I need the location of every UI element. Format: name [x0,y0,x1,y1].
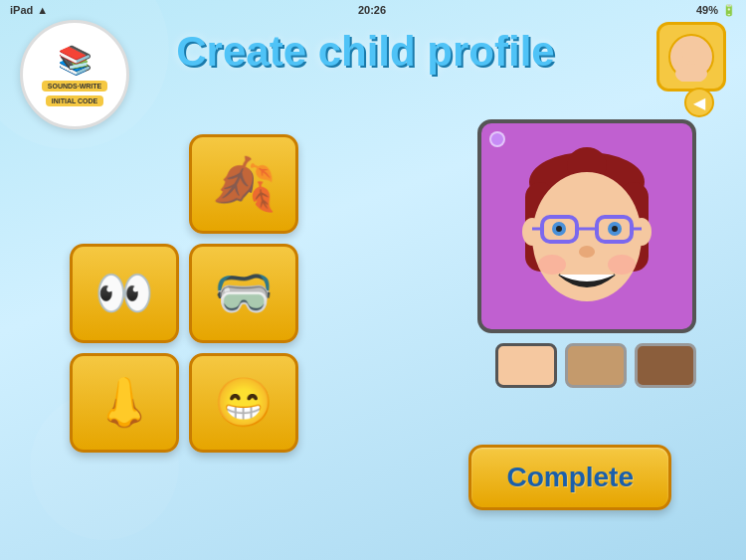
logo-badge-bottom: INITIAL CODE [46,95,104,106]
svg-point-20 [538,255,566,275]
wifi-icon: ▲ [37,4,48,16]
complete-button[interactable]: Complete [468,445,671,510]
profile-avatar-icon [666,32,716,82]
profile-icon-button[interactable] [656,22,726,92]
svg-point-21 [608,255,636,275]
logo-inner: 📚 SOUNDS·WRITE INITIAL CODE [35,45,114,104]
device-label: iPad [10,4,33,16]
face-svg [487,127,686,326]
svg-point-1 [681,42,701,62]
mouth-tile[interactable]: 😁 [189,353,298,453]
svg-point-18 [612,226,618,232]
logo-figure: 📚 [58,44,93,77]
battery-icon: 🔋 [722,4,736,17]
back-arrow-icon: ◀ [693,93,705,112]
skin-tone-medium[interactable] [565,343,627,388]
skin-tone-selector [495,343,696,388]
battery-percent: 49% [696,4,718,16]
nose-tile[interactable]: 👃 [70,353,179,453]
page-title: Create child profile [144,28,587,76]
logo-badge-top: SOUNDS·WRITE [42,81,107,92]
eyes-tile[interactable]: 👀 [70,244,179,343]
back-button[interactable]: ◀ [684,88,714,117]
hair-tile[interactable]: 🍂 [189,134,298,234]
logo-container: 📚 SOUNDS·WRITE INITIAL CODE [20,20,129,129]
skin-tone-light[interactable] [495,343,557,388]
svg-point-19 [579,246,595,258]
time-display: 20:26 [358,4,386,16]
status-left: iPad ▲ [10,4,48,16]
skin-tone-dark[interactable] [635,343,696,388]
status-bar: iPad ▲ 20:26 49% 🔋 [0,0,746,20]
svg-point-8 [522,218,542,246]
bubble-decoration [489,131,505,147]
face-preview [477,119,696,333]
svg-point-9 [632,218,652,246]
glasses-tile[interactable]: 🥽 [189,244,298,343]
feature-tiles-area: 🍂 👀 🥽 👃 😁 [70,134,298,453]
status-right: 49% 🔋 [696,4,736,17]
svg-point-17 [556,226,562,232]
